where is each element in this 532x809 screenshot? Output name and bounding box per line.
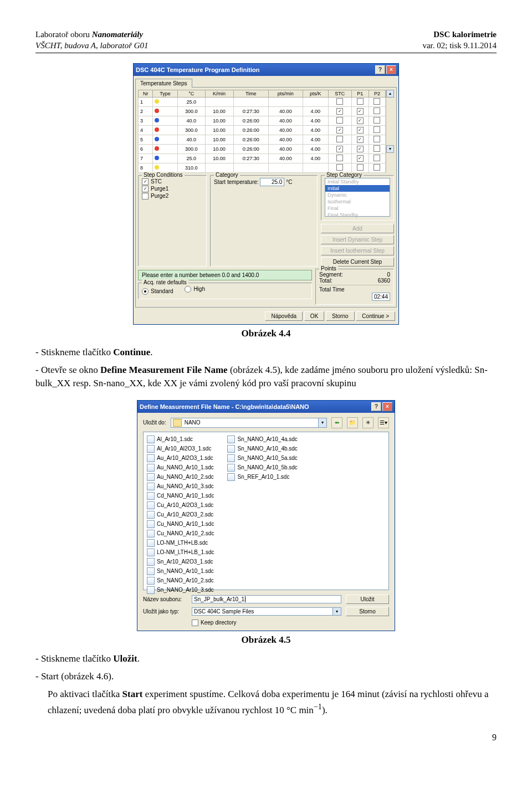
save-button[interactable]: Uložit	[346, 595, 389, 604]
checkbox[interactable]	[357, 136, 364, 143]
chevron-down-icon[interactable]: ▾	[332, 607, 341, 616]
checkbox[interactable]	[336, 146, 343, 152]
tab-temp-steps[interactable]: Temperature Steps	[135, 79, 192, 88]
checkbox[interactable]	[357, 127, 364, 134]
close-icon[interactable]: ×	[382, 402, 392, 411]
file-item[interactable]: Cu_Ar10_Al2O3_1.sdc	[147, 501, 214, 509]
file-item[interactable]: Cd_NANO_Ar10_1.sdc	[147, 492, 214, 500]
list-item[interactable]: Dynamic	[325, 192, 390, 198]
checkbox[interactable]	[336, 98, 343, 105]
list-item[interactable]: Final Standby	[325, 212, 390, 218]
file-list[interactable]: Al_Ar10_1.sdcAl_Ar10_Al2O3_1.sdcAu_Ar10_…	[143, 432, 389, 590]
step-category-list[interactable]: Initial StandbyInitialDynamicIsothermalF…	[325, 178, 390, 217]
help-icon[interactable]: ?	[375, 65, 385, 74]
checkbox[interactable]	[142, 193, 149, 199]
step-type-icon	[155, 137, 159, 141]
insert-dynamic-button[interactable]: Insert Dynamic Step	[321, 235, 394, 244]
file-item[interactable]: Sn_NANO_Ar10_4a.sdc	[227, 436, 297, 443]
file-item[interactable]: Sn_Ar10_Al2O3_1.sdc	[147, 558, 214, 566]
scrollbar[interactable]: ▴ ▾	[386, 90, 394, 173]
file-item[interactable]: Cu_NANO_Ar10_2.sdc	[147, 530, 214, 537]
checkbox[interactable]	[357, 117, 364, 124]
file-item[interactable]: Sn_NANO_Ar10_4b.sdc	[227, 445, 297, 453]
table-row[interactable]: 8310.0	[139, 163, 386, 172]
file-item[interactable]: Au_NANO_Ar10_2.sdc	[147, 473, 214, 481]
checkbox[interactable]	[374, 136, 380, 142]
file-item[interactable]: Au_NANO_Ar10_1.sdc	[147, 464, 214, 472]
list-item[interactable]: Isothermal	[325, 198, 390, 205]
scroll-up-icon[interactable]: ▴	[386, 90, 394, 98]
help-icon[interactable]: ?	[371, 402, 381, 411]
file-item[interactable]: Cu_Ar10_Al2O3_2.sdc	[147, 511, 214, 519]
titlebar[interactable]: Define Measurement File Name - C:\ngbwin…	[137, 401, 395, 413]
file-item[interactable]: LO-NM_LTH+LB.sdc	[147, 539, 214, 547]
table-row[interactable]: 6300.010.000:26:0040.004.00	[139, 144, 386, 153]
table-row[interactable]: 340.010.000:26:0040.004.00	[139, 116, 386, 125]
back-icon[interactable]: ⬅	[331, 417, 342, 428]
table-row[interactable]: 4300.010.000:26:0040.004.00	[139, 125, 386, 135]
filename-input[interactable]: Sn_JP_bulk_Ar10_1	[192, 595, 341, 603]
file-item[interactable]: Sn_NANO_Ar10_5a.sdc	[227, 454, 297, 462]
checkbox[interactable]	[374, 164, 380, 171]
ok-button[interactable]: OK	[304, 311, 324, 321]
radio-standard[interactable]	[142, 288, 149, 295]
file-item[interactable]: Sn_NANO_Ar10_3.sdc	[147, 586, 214, 594]
radio-high[interactable]	[185, 286, 191, 293]
file-item[interactable]: Al_Ar10_Al2O3_1.sdc	[147, 445, 214, 453]
checkbox[interactable]	[374, 145, 380, 152]
insert-isothermal-button[interactable]: Insert Isothermal Step	[321, 246, 394, 255]
table-row[interactable]: 125.0	[139, 97, 386, 106]
file-item[interactable]: Sn_REF_Ar10_1.sdc	[227, 473, 297, 481]
checkbox[interactable]	[357, 108, 364, 115]
file-item[interactable]: Sn_NANO_Ar10_2.sdc	[147, 577, 214, 585]
file-item[interactable]: Sn_NANO_Ar10_5b.sdc	[227, 464, 297, 472]
up-folder-icon[interactable]: 📁	[347, 417, 358, 428]
checkbox[interactable]	[357, 98, 364, 105]
scroll-down-icon[interactable]: ▾	[386, 145, 394, 153]
file-item[interactable]: Al_Ar10_1.sdc	[147, 436, 214, 443]
checkbox[interactable]	[374, 98, 380, 105]
storno-button[interactable]: Storno	[326, 311, 354, 321]
continue-button[interactable]: Continue >	[356, 311, 395, 321]
table-row[interactable]: 2300.010.000:27:3040.004.00	[139, 106, 386, 116]
add-button[interactable]: Add	[321, 224, 394, 233]
checkbox[interactable]	[374, 107, 380, 114]
file-item[interactable]: Au_NANO_Ar10_3.sdc	[147, 483, 214, 490]
file-item[interactable]: Sn_NANO_Ar10_1.sdc	[147, 567, 214, 575]
checkbox[interactable]	[142, 178, 149, 185]
checkbox[interactable]	[336, 127, 343, 134]
unit-label: °C	[286, 179, 292, 185]
chevron-down-icon[interactable]: ▾	[318, 418, 327, 428]
filetype-combo[interactable]: DSC 404C Sample Files ▾	[192, 607, 341, 616]
file-item[interactable]: Au_Ar10_Al2O3_1.sdc	[147, 454, 214, 462]
checkbox[interactable]	[357, 164, 364, 171]
checkbox[interactable]	[374, 117, 380, 124]
keep-dir-checkbox[interactable]	[192, 619, 198, 626]
views-icon[interactable]: ☰▾	[378, 417, 389, 428]
table-row[interactable]: 540.010.000:26:0040.004.00	[139, 135, 386, 144]
checkbox[interactable]	[374, 126, 380, 133]
checkbox[interactable]	[357, 155, 364, 162]
list-item[interactable]: Initial Standby	[325, 178, 390, 185]
list-item[interactable]: Final	[325, 205, 390, 212]
checkbox[interactable]	[357, 146, 364, 152]
start-temp-input[interactable]: 25.0	[260, 178, 284, 186]
checkbox[interactable]	[142, 186, 149, 192]
help-button[interactable]: Nápověda	[265, 311, 303, 321]
list-item[interactable]: Initial	[325, 185, 390, 192]
checkbox[interactable]	[374, 155, 380, 161]
new-folder-icon[interactable]: ✳	[362, 417, 374, 428]
checkbox[interactable]	[336, 136, 343, 142]
checkbox[interactable]	[336, 164, 343, 171]
close-icon[interactable]: ×	[386, 65, 396, 74]
table-row[interactable]: 725.010.000:27:3040.004.00	[139, 153, 386, 163]
cancel-button[interactable]: Storno	[346, 607, 389, 616]
file-item[interactable]: LO-NM_LTH+LB_1.sdc	[147, 549, 214, 556]
save-in-combo[interactable]: NANO ▾	[171, 418, 327, 428]
titlebar[interactable]: DSC 404C Temperature Program Definition …	[134, 64, 398, 76]
checkbox[interactable]	[336, 155, 343, 161]
file-item[interactable]: Cu_NANO_Ar10_1.sdc	[147, 520, 214, 528]
checkbox[interactable]	[336, 108, 343, 115]
grp-step-conditions: Step Conditions STCPurge1Purge2	[138, 175, 207, 267]
checkbox[interactable]	[336, 117, 343, 124]
